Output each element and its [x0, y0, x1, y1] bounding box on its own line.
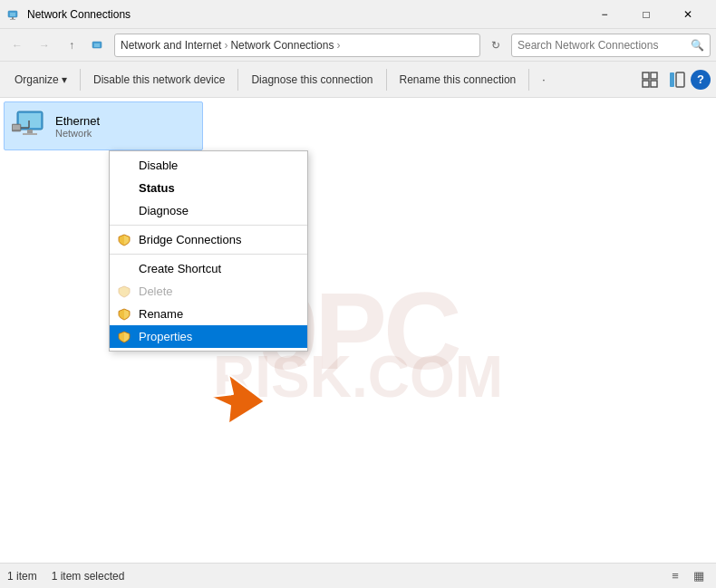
svg-rect-6 [643, 72, 649, 79]
svg-rect-14 [27, 130, 33, 133]
item-count: 1 item [7, 570, 37, 583]
close-button[interactable]: ✕ [667, 0, 709, 29]
address-path[interactable]: Network and Internet › Network Connectio… [114, 34, 480, 57]
ctx-rename-label: Rename [139, 307, 183, 321]
ctx-shortcut[interactable]: Create Shortcut [110, 257, 307, 280]
pane-toggle-button[interactable] [663, 66, 691, 93]
toolbar-separator-4 [528, 69, 529, 91]
address-bar: ← → ↑ Network and Internet › Network Con… [0, 29, 716, 62]
view-toggle-button[interactable] [636, 66, 663, 93]
disable-button[interactable]: Disable this network device [84, 63, 234, 96]
svg-rect-5 [94, 43, 100, 47]
diagnose-button[interactable]: Diagnose this connection [242, 63, 382, 96]
location-icon [87, 34, 111, 57]
ethernet-item-name: Ethernet [55, 114, 100, 128]
path-current: Network Connections [230, 39, 334, 52]
up-button[interactable]: ↑ [60, 34, 83, 57]
ethernet-item[interactable]: Ethernet Network [4, 101, 203, 150]
ctx-disable[interactable]: Disable [110, 154, 307, 177]
ctx-properties-label: Properties [139, 330, 192, 343]
organize-button[interactable]: Organize ▾ [5, 63, 76, 96]
ctx-diagnose-label: Diagnose [139, 204, 189, 217]
svg-rect-17 [13, 125, 20, 130]
svg-rect-1 [10, 13, 15, 16]
help-button[interactable]: ? [691, 70, 711, 90]
window-controls: − □ ✕ [584, 0, 709, 29]
path-root: Network and Internet [121, 39, 221, 52]
list-view-button[interactable]: ≡ [665, 566, 685, 586]
minimize-button[interactable]: − [584, 0, 625, 29]
svg-rect-11 [676, 72, 684, 87]
ctx-sep-2 [110, 254, 307, 255]
svg-rect-2 [12, 17, 14, 19]
search-box[interactable]: 🔍 [511, 34, 711, 57]
context-menu: Disable Status Diagnose Bridge Connectio… [109, 150, 308, 352]
search-input[interactable] [518, 39, 687, 52]
toolbar-separator-3 [386, 69, 387, 91]
main-content: 9PC RISK.COM [0, 98, 716, 563]
svg-rect-9 [651, 81, 657, 87]
watermark-line2: RISK.COM [213, 343, 503, 410]
title-bar: Network Connections − □ ✕ [0, 0, 716, 29]
ctx-properties[interactable]: Properties [110, 325, 307, 348]
ctx-sep-1 [110, 225, 307, 226]
ctx-rename[interactable]: Rename [110, 303, 307, 325]
ctx-bridge-icon [117, 233, 131, 247]
maximize-button[interactable]: □ [625, 0, 667, 29]
window-icon [7, 7, 22, 22]
svg-rect-3 [10, 19, 15, 20]
ctx-bridge[interactable]: Bridge Connections [110, 228, 307, 251]
svg-rect-13 [19, 113, 41, 128]
selected-count: 1 item selected [52, 570, 125, 583]
ctx-diagnose[interactable]: Diagnose [110, 199, 307, 222]
svg-rect-15 [23, 133, 37, 135]
ethernet-icon [12, 108, 48, 144]
ctx-shortcut-label: Create Shortcut [139, 262, 221, 275]
ctx-disable-label: Disable [139, 159, 178, 172]
dot-button[interactable]: · [533, 63, 554, 96]
ctx-rename-icon [117, 307, 131, 322]
toolbar: Organize ▾ Disable this network device D… [0, 62, 716, 98]
ctx-delete: Delete [110, 280, 307, 303]
ctx-properties-icon [117, 330, 131, 344]
back-button[interactable]: ← [5, 34, 29, 57]
view-buttons: ≡ ▦ [665, 566, 709, 586]
forward-button[interactable]: → [33, 34, 56, 57]
toolbar-separator-2 [237, 69, 238, 91]
ethernet-item-sub: Network [55, 128, 100, 139]
refresh-button[interactable]: ↻ [484, 34, 508, 57]
ctx-status[interactable]: Status [110, 177, 307, 199]
window-title: Network Connections [27, 8, 584, 21]
ctx-bridge-label: Bridge Connections [139, 233, 241, 246]
toolbar-separator-1 [80, 69, 81, 91]
ctx-status-label: Status [139, 181, 175, 195]
file-list: Ethernet Network [0, 98, 716, 154]
ctx-delete-icon [117, 284, 131, 299]
rename-button[interactable]: Rename this connection [391, 63, 526, 96]
svg-rect-7 [651, 72, 657, 79]
svg-rect-8 [643, 81, 649, 87]
ctx-delete-label: Delete [139, 284, 173, 298]
grid-view-button[interactable]: ▦ [689, 566, 709, 586]
svg-marker-20 [210, 374, 265, 424]
status-bar: 1 item 1 item selected ≡ ▦ [0, 563, 716, 588]
ethernet-item-text: Ethernet Network [55, 114, 100, 139]
search-icon: 🔍 [691, 39, 704, 52]
svg-rect-10 [670, 72, 674, 87]
